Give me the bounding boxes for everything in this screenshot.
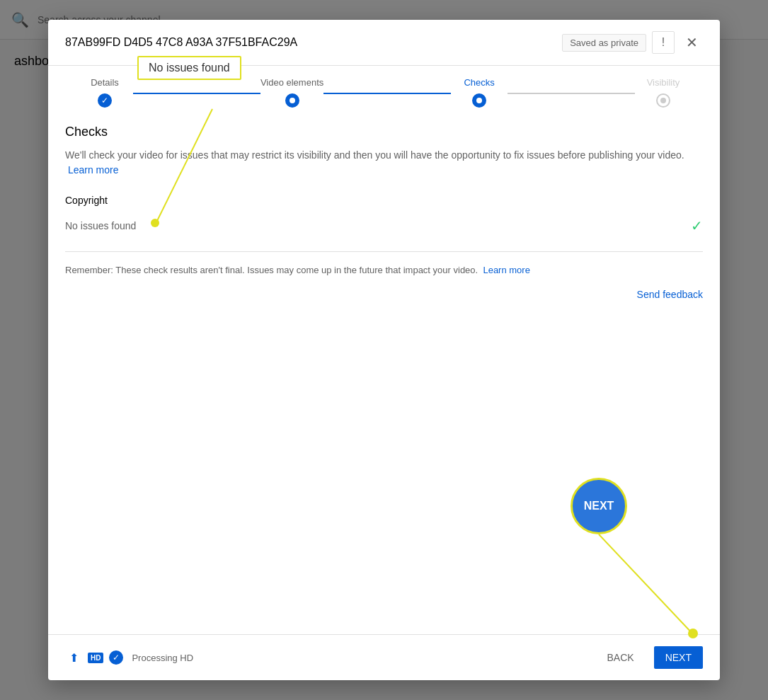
step-line-2 [323,93,451,94]
next-line-dot [688,629,698,638]
copyright-check-icon: ✓ [691,217,703,234]
footer-icons: ⬆ HD ✓ [65,649,123,666]
step-checks: Checks [451,77,508,108]
close-button[interactable]: ✕ [680,31,703,54]
step-visibility-label: Visibility [647,77,680,88]
alert-button[interactable]: ! [652,31,675,54]
next-button[interactable]: NEXT [654,646,703,669]
modal-title: 87AB99FD D4D5 47C8 A93A 37F51BFAC29A [65,36,297,49]
next-circle-annotation[interactable]: NEXT [571,478,627,534]
modal-dialog: 87AB99FD D4D5 47C8 A93A 37F51BFAC29A Sav… [48,20,720,680]
tooltip-line-dot [151,219,159,227]
reminder-text-content: Remember: These check results aren't fin… [65,265,478,275]
annotation-tooltip-text: No issues found [149,62,230,74]
modal-footer: ⬆ HD ✓ Processing HD BACK NEXT [48,634,720,680]
step-checks-label: Checks [464,77,494,88]
copyright-status: No issues found [65,220,136,231]
step-visibility-circle [656,93,670,108]
alert-icon: ! [662,36,665,49]
saved-badge-text: Saved as private [570,38,638,48]
step-line-3 [508,93,635,94]
steps-line-3 [508,77,635,94]
steps-line-2 [323,77,451,94]
checks-section-title: Checks [65,125,703,139]
footer-right: BACK NEXT [596,646,703,669]
learn-more-link-2[interactable]: Learn more [483,265,529,275]
status-check-icon: ✓ [109,650,123,665]
close-icon: ✕ [686,34,698,51]
next-circle-text: NEXT [584,500,614,512]
step-visibility: Visibility [635,77,692,108]
step-details: Details ✓ [76,77,133,108]
upload-icon: ⬆ [65,649,82,666]
copyright-title: Copyright [65,195,703,206]
processing-text: Processing HD [132,653,193,663]
back-button[interactable]: BACK [596,646,646,669]
step-video-elements-circle [285,93,299,108]
checks-section-desc: We'll check your video for issues that m… [65,148,703,178]
checks-desc-text: We'll check your video for issues that m… [65,149,684,161]
modal-header-actions: Saved as private ! ✕ [562,31,703,54]
divider [65,251,703,252]
reminder-text: Remember: These check results aren't fin… [65,263,703,277]
footer-left: ⬆ HD ✓ Processing HD [65,649,193,666]
step-details-label: Details [91,77,119,88]
step-details-circle: ✓ [98,93,112,108]
step-line-1 [133,93,260,94]
step-checks-circle [472,93,486,108]
step-video-elements: Video elements [260,77,323,108]
learn-more-link-1[interactable]: Learn more [68,164,119,176]
copyright-row: No issues found ✓ [65,212,703,240]
step-video-elements-label: Video elements [260,77,323,88]
hd-badge: HD [88,653,103,663]
send-feedback-link[interactable]: Send feedback [65,289,703,300]
saved-badge: Saved as private [562,34,646,52]
copyright-section: Copyright No issues found ✓ [65,195,703,240]
annotation-tooltip: No issues found [137,56,241,80]
modal-body: Checks We'll check your video for issues… [48,108,720,634]
